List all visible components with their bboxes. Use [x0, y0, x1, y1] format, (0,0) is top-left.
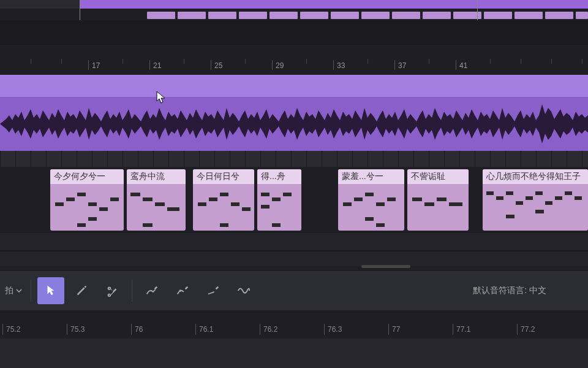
midi-note[interactable] [242, 207, 251, 211]
midi-note[interactable] [376, 202, 385, 206]
pitch-curve-tool-button[interactable] [138, 277, 165, 304]
ruler-tick: 75.2 [6, 325, 20, 334]
midi-clip[interactable]: 鸾舟中流 [127, 169, 186, 231]
midi-note[interactable] [365, 217, 374, 221]
mini-midi-clip[interactable] [178, 12, 206, 19]
midi-note[interactable] [437, 197, 447, 201]
audio-waveform[interactable] [0, 97, 588, 151]
midi-note[interactable] [66, 197, 75, 201]
snap-dropdown[interactable]: 拍 [5, 285, 22, 296]
midi-note[interactable] [506, 215, 514, 218]
midi-note[interactable] [220, 193, 228, 196]
midi-note[interactable] [198, 202, 206, 206]
midi-note[interactable] [88, 202, 97, 206]
vibrato-tool-button[interactable] [230, 277, 257, 304]
ruler-tick: 41 [459, 61, 467, 70]
midi-note[interactable] [143, 197, 153, 201]
midi-note[interactable] [261, 193, 270, 196]
midi-note[interactable] [506, 191, 513, 195]
mini-midi-clip[interactable] [484, 12, 512, 19]
mini-midi-clip[interactable] [239, 12, 267, 19]
midi-note[interactable] [365, 193, 374, 196]
midi-note[interactable] [496, 196, 503, 200]
line-tool-button[interactable] [200, 277, 227, 304]
midi-clip-label: 鸾舟中流 [127, 169, 186, 184]
midi-note[interactable] [130, 193, 140, 196]
mini-midi-clip[interactable] [361, 12, 390, 19]
mini-clip-main[interactable] [80, 0, 588, 9]
midi-note[interactable] [155, 202, 165, 206]
midi-note[interactable] [354, 197, 363, 201]
scissors-tool-button[interactable] [99, 277, 126, 304]
midi-note[interactable] [167, 207, 179, 211]
midi-note[interactable] [272, 223, 281, 227]
mini-midi-clip[interactable] [300, 12, 328, 19]
midi-note[interactable] [261, 205, 270, 209]
mini-midi-clip[interactable] [423, 12, 451, 19]
curve-pencil-icon [145, 284, 159, 297]
mini-midi-clip[interactable] [392, 12, 420, 19]
midi-note[interactable] [545, 201, 552, 205]
ruler-minor-tick [368, 59, 368, 64]
midi-note[interactable] [526, 196, 533, 200]
midi-note[interactable] [412, 197, 422, 201]
midi-note[interactable] [88, 217, 97, 221]
mini-midi-clip[interactable] [514, 12, 543, 19]
mini-midi-clip[interactable] [545, 12, 573, 19]
midi-clip[interactable]: 不訾诟耻 [407, 169, 469, 231]
pencil-tool-button[interactable] [68, 277, 95, 304]
midi-clip-label: 今夕何夕兮一 [50, 169, 124, 184]
default-language-label[interactable]: 默认音符语言: 中文 [473, 285, 546, 297]
midi-note[interactable] [516, 201, 523, 205]
midi-clip[interactable]: 今夕何夕兮一 [50, 169, 124, 231]
midi-note[interactable] [555, 196, 562, 200]
pointer-tool-button[interactable] [37, 277, 64, 304]
pointer-icon [44, 284, 58, 297]
midi-note[interactable] [77, 193, 86, 196]
midi-note[interactable] [220, 223, 228, 227]
pitch-anchor-tool-button[interactable] [169, 277, 196, 304]
piano-roll-area[interactable] [0, 339, 588, 368]
mini-midi-clip[interactable] [453, 12, 481, 19]
midi-note[interactable] [99, 207, 108, 211]
mini-midi-clip[interactable] [331, 12, 359, 19]
midi-note[interactable] [535, 210, 544, 213]
midi-note[interactable] [209, 197, 217, 201]
ruler-tick: 77.2 [521, 325, 535, 334]
midi-note[interactable] [486, 191, 494, 195]
mini-midi-clip[interactable] [576, 12, 588, 19]
midi-clip[interactable]: 今日何日兮 [193, 169, 254, 231]
midi-note[interactable] [272, 197, 281, 201]
midi-note[interactable] [343, 202, 352, 206]
midi-note[interactable] [143, 223, 153, 227]
midi-note[interactable] [77, 223, 86, 227]
ruler-tick: 76 [135, 325, 143, 334]
timeline-ruler-seconds[interactable]: 75.275.37676.176.276.37777.177.2 [0, 321, 588, 339]
midi-clip[interactable]: 心几烦而不绝兮得知王子 [483, 169, 588, 231]
mini-midi-clip[interactable] [270, 12, 298, 19]
midi-note[interactable] [575, 196, 582, 200]
mini-midi-clip[interactable] [208, 12, 236, 19]
ruler-tick: 29 [276, 61, 284, 70]
mini-midi-clip[interactable] [147, 12, 175, 19]
audio-clip-header[interactable] [0, 75, 588, 97]
midi-note[interactable] [231, 202, 239, 206]
midi-note[interactable] [110, 197, 119, 201]
midi-clip[interactable]: 得...舟 [257, 169, 301, 231]
midi-note[interactable] [55, 202, 64, 206]
ruler-tick: 76.3 [328, 325, 342, 334]
midi-note[interactable] [449, 202, 462, 206]
horizontal-scroll-thumb[interactable] [361, 265, 410, 268]
midi-note[interactable] [535, 191, 543, 195]
midi-note[interactable] [283, 193, 292, 196]
timeline-ruler-bars[interactable]: 17212529333741 [0, 56, 588, 75]
midi-clips-track[interactable]: 今夕何夕兮一鸾舟中流今日何日兮得...舟蒙羞...兮一不訾诟耻心几烦而不绝兮得知… [0, 169, 588, 233]
midi-note[interactable] [387, 197, 396, 201]
midi-note[interactable] [376, 223, 385, 227]
midi-note[interactable] [565, 191, 572, 195]
line-pencil-icon [206, 284, 220, 297]
ruler-tick: 37 [398, 61, 406, 70]
midi-clip[interactable]: 蒙羞...兮一 [338, 169, 404, 231]
midi-note[interactable] [424, 202, 434, 206]
ruler-minor-tick [582, 59, 582, 64]
